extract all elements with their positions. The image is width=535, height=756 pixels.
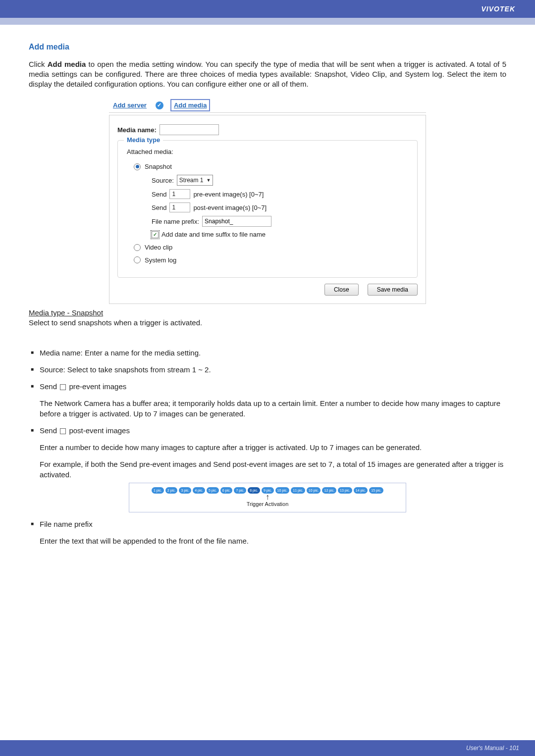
source-select[interactable]: Stream 1 ▼ <box>177 175 214 186</box>
radio-video-label: Video clip <box>145 243 172 252</box>
check-icon: ✓ <box>156 101 163 109</box>
media-type-heading: Media type - Snapshot <box>29 308 506 318</box>
bullet-pre-after: pre-event images <box>69 382 126 391</box>
bullet-source: Source: Select to take snapshots from st… <box>29 365 506 375</box>
intro-text-a: Click <box>29 60 48 68</box>
intro-paragraph: Click Add media to open the media settin… <box>29 59 506 90</box>
bullet-media-name: Media name: Enter a name for the media s… <box>29 348 506 358</box>
add-date-suffix-label: Add date and time suffix to file name <box>161 230 266 239</box>
add-media-link-box[interactable]: Add media <box>170 99 210 111</box>
pre-event-suffix: pre-event image(s) [0~7] <box>193 190 264 199</box>
intro-bold: Add media <box>48 60 86 68</box>
radio-system-log[interactable]: System log <box>134 256 408 265</box>
radio-video-clip[interactable]: Video clip <box>134 243 408 252</box>
media-type-fieldset: Media type Attached media: Snapshot Sour… <box>117 140 418 278</box>
snapshot-options: Source: Stream 1 ▼ Send 1 pre-event imag… <box>152 175 408 239</box>
diagram-pill: 5 pic. <box>207 487 219 494</box>
dialog-links-row: Add server ✓ Add media <box>109 98 426 113</box>
bullet-post-example: For example, if both the Send pre-event … <box>40 459 506 480</box>
arrow-up-icon: ↑ <box>266 495 269 500</box>
diagram-pill: 1 pic. <box>152 487 164 494</box>
radio-snapshot[interactable]: Snapshot <box>134 162 408 171</box>
attached-media-label: Attached media: <box>127 148 408 156</box>
bullet-post-send: Send <box>40 426 57 435</box>
section-title: Add media <box>29 42 506 52</box>
source-value: Stream 1 <box>179 176 204 184</box>
add-date-suffix-checkbox[interactable]: ✓ <box>152 231 159 238</box>
diagram-pill: 3 pic. <box>179 487 191 494</box>
source-label: Source: <box>152 176 174 185</box>
diagram-pill: 7 pic. <box>234 487 246 494</box>
page-content: Add media Click Add media to open the me… <box>0 25 535 546</box>
media-type-sub: Select to send snapshots when a trigger … <box>29 318 506 328</box>
bullet-post-event: Send post-event images <box>29 426 506 436</box>
send-post-label: Send <box>152 203 166 212</box>
media-name-input[interactable] <box>160 124 219 135</box>
intro-text-c: to open the media setting window. You ca… <box>29 60 506 89</box>
diagram-pill: 12 pic. <box>322 487 336 494</box>
brand-header: VIVOTEK <box>0 0 535 18</box>
radio-snapshot-label: Snapshot <box>145 162 172 171</box>
post-event-count-input[interactable]: 1 <box>169 202 190 212</box>
bullet-file-prefix: File name prefix <box>29 519 506 529</box>
filename-prefix-input[interactable] <box>202 216 271 227</box>
radio-dot-empty-icon[interactable] <box>134 244 141 251</box>
brand-text: VIVOTEK <box>482 5 515 13</box>
diagram-pill: 2 pic. <box>165 487 178 494</box>
diagram-pill: 8 pic. <box>248 487 260 494</box>
diagram-pill: 10 pic. <box>275 487 290 494</box>
diagram-pill: 14 pic. <box>354 487 368 494</box>
bullet-pre-send: Send <box>40 382 57 391</box>
bullet-post-after: post-event images <box>69 426 130 435</box>
diagram-pill: 11 pic. <box>291 487 305 494</box>
diagram-pill: 6 pic. <box>220 487 233 494</box>
radio-dot-checked-icon[interactable] <box>134 163 141 170</box>
chevron-down-icon: ▼ <box>207 177 211 183</box>
add-media-link[interactable]: Add media <box>174 101 207 109</box>
trigger-diagram: 1 pic.2 pic.3 pic.4 pic.5 pic.6 pic.7 pi… <box>129 483 406 512</box>
page-footer: User's Manual - 101 <box>0 740 535 756</box>
fieldset-legend: Media type <box>124 136 163 145</box>
send-pre-label: Send <box>152 190 166 199</box>
save-media-button[interactable]: Save media <box>368 284 418 296</box>
dialog-button-row: Close Save media <box>117 284 418 296</box>
bullet-pre-desc: The Network Camera has a buffer area; it… <box>40 399 506 419</box>
explanation-section: Media type - Snapshot Select to send sna… <box>29 308 506 546</box>
checkbox-placeholder-icon <box>60 428 66 434</box>
add-server-link[interactable]: Add server <box>113 101 147 110</box>
radio-dot-empty-icon[interactable] <box>134 256 141 263</box>
bullet-file-prefix-desc: Enter the text that will be appended to … <box>40 536 506 546</box>
diagram-pill: 15 pic. <box>369 487 383 494</box>
diagram-pill: 10 pic. <box>307 487 321 494</box>
dialog-panel: Media name: Media type Attached media: S… <box>109 115 426 304</box>
media-dialog-screenshot: Add server ✓ Add media Media name: Media… <box>109 98 426 304</box>
prefix-label: File name prefix: <box>152 217 199 226</box>
diagram-label: Trigger Activation <box>247 501 289 508</box>
page-number: User's Manual - 101 <box>466 745 519 752</box>
media-name-row: Media name: <box>117 124 418 135</box>
radio-syslog-label: System log <box>145 256 176 265</box>
pre-event-count-input[interactable]: 1 <box>169 189 190 199</box>
media-name-label: Media name: <box>117 126 157 135</box>
close-button[interactable]: Close <box>324 284 359 296</box>
bullet-pre-event: Send pre-event images <box>29 382 506 392</box>
bullet-post-desc: Enter a number to decide how many images… <box>40 443 506 453</box>
sub-band <box>0 18 535 25</box>
diagram-pill: 4 pic. <box>193 487 205 494</box>
checkbox-placeholder-icon <box>60 384 66 390</box>
diagram-pill: 13 pic. <box>338 487 352 494</box>
post-event-suffix: post-event image(s) [0~7] <box>193 203 267 212</box>
